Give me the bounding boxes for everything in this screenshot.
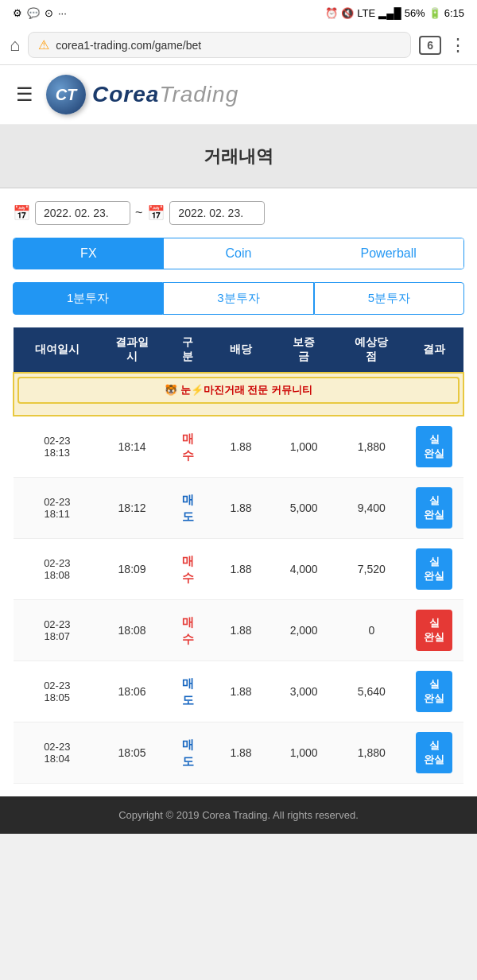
- calendar-icon-to: 📅: [147, 204, 165, 222]
- cell-type: 매수: [164, 539, 212, 600]
- cell-result[interactable]: 실완실: [405, 539, 463, 600]
- cell-rate: 1.88: [212, 661, 270, 722]
- status-right: ⏰ 🔇 LTE ▂▄█ 56% 🔋 6:15: [325, 7, 464, 19]
- result-button[interactable]: 실완실: [416, 610, 452, 651]
- cell-date: 02-2318:13: [14, 416, 101, 478]
- nav-menu-icon[interactable]: ☰: [16, 83, 33, 106]
- app-icon-1: ⚙: [13, 7, 22, 19]
- cell-result-time: 18:08: [101, 600, 164, 661]
- date-from-select[interactable]: 2022. 02. 23.: [35, 201, 130, 225]
- browser-menu-icon[interactable]: ⋮: [449, 35, 467, 56]
- nav-header: ☰ CT CoreaTrading: [0, 65, 477, 125]
- footer: Copyright © 2019 Corea Trading. All righ…: [0, 796, 477, 834]
- cell-guarantee: 1,000: [270, 722, 338, 784]
- th-type: 구분: [164, 327, 212, 373]
- cell-rate: 1.88: [212, 416, 270, 478]
- url-text: corea1-trading.com/game/bet: [56, 39, 201, 52]
- home-icon[interactable]: ⌂: [10, 35, 20, 56]
- cell-result[interactable]: 실완실: [405, 661, 463, 722]
- status-bar: ⚙ 💬 ⊙ ··· ⏰ 🔇 LTE ▂▄█ 56% 🔋 6:15: [0, 0, 477, 25]
- date-filter-row: 📅 2022. 02. 23. ~ 📅 2022. 02. 23.: [13, 201, 265, 225]
- date-to-select[interactable]: 2022. 02. 23.: [169, 201, 265, 225]
- cell-guarantee: 5,000: [270, 478, 338, 539]
- result-button[interactable]: 실완실: [416, 548, 452, 590]
- cell-expected: 7,520: [338, 539, 405, 600]
- table-row: 02-2318:04 18:05 매도 1.88 1,000 1,880 실완실: [14, 722, 463, 784]
- logo-icon: CT: [46, 75, 86, 114]
- cell-rate: 1.88: [212, 478, 270, 539]
- cell-result[interactable]: 실완실: [405, 722, 463, 784]
- main-tab-group: FX Coin Powerball: [13, 238, 464, 269]
- app-icon-2: 💬: [27, 7, 40, 19]
- cell-type: 매수: [164, 600, 212, 661]
- table-row: 02-2318:05 18:06 매도 1.88 3,000 5,640 실완실: [14, 661, 463, 722]
- cell-rate: 1.88: [212, 722, 270, 784]
- cell-expected: 5,640: [338, 661, 405, 722]
- result-button[interactable]: 실완실: [416, 426, 452, 467]
- sub-tab-1min[interactable]: 1분투자: [13, 282, 163, 315]
- result-button[interactable]: 실완실: [416, 487, 452, 529]
- cell-expected: 1,880: [338, 416, 405, 478]
- cell-date: 02-2318:05: [14, 661, 101, 722]
- result-button[interactable]: 실완실: [416, 671, 452, 712]
- result-button[interactable]: 실완실: [416, 732, 452, 773]
- data-table: 대여일시 결과일시 구분 배당 보증금 예상당점 결과 🐯 눈⚡마진거래 전문 …: [13, 327, 464, 784]
- cell-type: 매수: [164, 416, 212, 478]
- tab-fx[interactable]: FX: [14, 238, 164, 269]
- cell-result[interactable]: 실완실: [405, 478, 463, 539]
- security-warning-icon: ⚠: [38, 37, 49, 52]
- address-bar[interactable]: ⚠ corea1-trading.com/game/bet: [28, 32, 411, 58]
- sub-tab-3min[interactable]: 3분투자: [163, 282, 313, 315]
- cell-guarantee: 1,000: [270, 416, 338, 478]
- table-row: 02-2318:07 18:08 매수 1.88 2,000 0 실완실: [14, 600, 463, 661]
- th-result: 결과: [405, 327, 463, 373]
- cell-type: 매도: [164, 661, 212, 722]
- tab-count[interactable]: 6: [419, 36, 441, 55]
- th-guarantee: 보증금: [270, 327, 338, 373]
- logo: CT CoreaTrading: [46, 75, 238, 114]
- table-row: 02-2318:13 18:14 매수 1.88 1,000 1,880 실완실: [14, 416, 463, 478]
- cell-guarantee: 4,000: [270, 539, 338, 600]
- status-left: ⚙ 💬 ⊙ ···: [13, 7, 67, 19]
- cell-date: 02-2318:11: [14, 478, 101, 539]
- table-header-row: 대여일시 결과일시 구분 배당 보증금 예상당점 결과: [14, 327, 463, 373]
- clock: 6:15: [444, 7, 464, 19]
- cell-type: 매도: [164, 722, 212, 784]
- logo-text: CoreaTrading: [92, 82, 238, 107]
- battery-icon: 🔋: [429, 7, 441, 19]
- tab-powerball[interactable]: Powerball: [313, 238, 463, 269]
- calendar-icon-from: 📅: [13, 204, 30, 222]
- cell-result-time: 18:12: [101, 478, 164, 539]
- sub-tab-group: 1분투자 3분투자 5분투자: [13, 282, 464, 315]
- tab-coin[interactable]: Coin: [164, 238, 314, 269]
- cell-result-time: 18:09: [101, 539, 164, 600]
- cell-result[interactable]: 실완실: [405, 600, 463, 661]
- cell-guarantee: 2,000: [270, 600, 338, 661]
- browser-bar: ⌂ ⚠ corea1-trading.com/game/bet 6 ⋮: [0, 25, 477, 65]
- th-rate: 배당: [212, 327, 270, 373]
- cell-date: 02-2318:04: [14, 722, 101, 784]
- main-content: 📅 2022. 02. 23. ~ 📅 2022. 02. 23. FX Coi…: [0, 188, 477, 796]
- cell-type: 매도: [164, 478, 212, 539]
- sub-tab-5min[interactable]: 5분투자: [314, 282, 464, 315]
- cell-guarantee: 3,000: [270, 661, 338, 722]
- battery-level: 56%: [405, 7, 425, 19]
- cell-expected: 0: [338, 600, 405, 661]
- th-result-time: 결과일시: [101, 327, 164, 373]
- footer-copyright: Copyright © 2019 Corea Trading. All righ…: [118, 809, 359, 821]
- app-icon-3: ⊙: [45, 7, 53, 19]
- cell-expected: 9,400: [338, 478, 405, 539]
- lte-indicator: LTE: [357, 7, 375, 19]
- page-title: 거래내역: [0, 125, 477, 188]
- cell-date: 02-2318:08: [14, 539, 101, 600]
- th-date: 대여일시: [14, 327, 101, 373]
- date-filter: 📅 2022. 02. 23. ~ 📅 2022. 02. 23.: [13, 201, 464, 225]
- cell-rate: 1.88: [212, 539, 270, 600]
- table-row: 02-2318:08 18:09 매수 1.88 4,000 7,520 실완실: [14, 539, 463, 600]
- signal-bars: ▂▄█: [378, 7, 401, 19]
- cell-result[interactable]: 실완실: [405, 416, 463, 478]
- date-tilde: ~: [135, 206, 142, 220]
- more-icon: ···: [58, 7, 67, 19]
- cell-rate: 1.88: [212, 600, 270, 661]
- mute-icon: 🔇: [341, 7, 354, 19]
